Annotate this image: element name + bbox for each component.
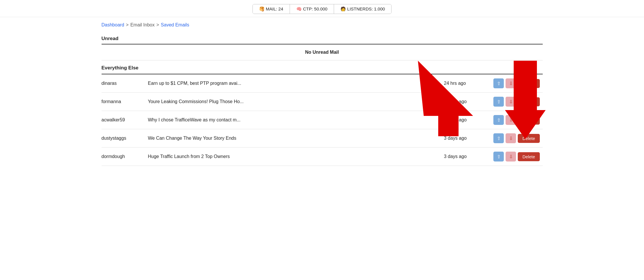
actions-group: ⇧ ⇩ Delete [490,97,540,107]
move-up-button[interactable]: ⇧ [493,133,504,143]
time-cell: 3 days ago [444,111,490,129]
move-down-button[interactable]: ⇩ [506,152,516,161]
table-row: formanna Youre Leaking Commissions! Plug… [102,93,543,111]
subject-cell: Earn up to $1 CPM, best PTP program avai… [148,74,444,93]
sender-cell: dinaras [102,74,148,93]
actions-group: ⇧ ⇩ Delete [490,78,540,88]
move-down-button[interactable]: ⇩ [506,97,516,107]
move-down-button[interactable]: ⇩ [506,133,516,143]
token-bar: 🥞 MAIL: 24 🧠 CTP: 50.000 🧑 LISTNERDS: 1.… [252,4,392,14]
table-row: dormdough Huge Traffic Launch from 2 Top… [102,148,543,166]
breadcrumb-email-inbox: Email Inbox [130,22,155,28]
subject-cell: Why I chose TrafficeWave as my contact m… [148,111,444,129]
sender-cell: dormdough [102,148,148,166]
main-content: Dashboard > Email Inbox > Saved Emails U… [90,17,554,177]
delete-button[interactable]: Delete [518,134,540,143]
actions-group: ⇧ ⇩ Delete [490,133,540,143]
time-cell: 3 days ago [444,129,490,148]
delete-button[interactable]: Delete [518,152,540,161]
everything-else-heading: Everything Else [102,60,543,74]
actions-cell: ⇧ ⇩ Delete [490,74,543,93]
time-cell: 3 days ago [444,148,490,166]
email-table: dinaras Earn up to $1 CPM, best PTP prog… [102,74,543,166]
actions-cell: ⇧ ⇩ Delete [490,129,543,148]
actions-cell: ⇧ ⇩ Delete [490,93,543,111]
breadcrumb-saved-emails[interactable]: Saved Emails [161,22,189,28]
table-row: dinaras Earn up to $1 CPM, best PTP prog… [102,74,543,93]
move-down-button[interactable]: ⇩ [506,115,516,125]
breadcrumb-sep2: > [156,22,159,28]
delete-button[interactable]: Delete [518,97,540,106]
move-up-button[interactable]: ⇧ [493,78,504,88]
move-up-button[interactable]: ⇧ [493,152,504,161]
actions-cell: ⇧ ⇩ Delete [490,111,543,129]
no-unread-message: No Unread Mail [102,44,543,60]
table-row: dustystaggs We Can Change The Way Your S… [102,129,543,148]
time-cell: 24 hrs ago [444,74,490,93]
breadcrumb-dashboard[interactable]: Dashboard [102,22,124,28]
move-down-button[interactable]: ⇩ [506,78,516,88]
delete-button[interactable]: Delete [518,79,540,88]
sender-cell: acwalker59 [102,111,148,129]
breadcrumb: Dashboard > Email Inbox > Saved Emails [102,22,543,28]
mail-token: 🥞 MAIL: 24 [253,4,290,14]
listnerds-token: 🧑 LISTNERDS: 1.000 [334,4,391,14]
sender-cell: formanna [102,93,148,111]
subject-cell: We Can Change The Way Your Story Ends [148,129,444,148]
move-up-button[interactable]: ⇧ [493,97,504,107]
move-up-button[interactable]: ⇧ [493,115,504,125]
breadcrumb-sep1: > [126,22,129,28]
actions-group: ⇧ ⇩ Delete [490,115,540,125]
actions-cell: ⇧ ⇩ Delete [490,148,543,166]
subject-cell: Youre Leaking Commissions! Plug Those Ho… [148,93,444,111]
table-row: acwalker59 Why I chose TrafficeWave as m… [102,111,543,129]
sender-cell: dustystaggs [102,129,148,148]
delete-button[interactable]: Delete [518,116,540,125]
time-cell: 2 days ago [444,93,490,111]
subject-cell: Huge Traffic Launch from 2 Top Owners [148,148,444,166]
ctp-token: 🧠 CTP: 50.000 [290,4,334,14]
actions-group: ⇧ ⇩ Delete [490,152,540,161]
unread-heading: Unread [102,36,543,44]
top-bar: 🥞 MAIL: 24 🧠 CTP: 50.000 🧑 LISTNERDS: 1.… [0,0,644,17]
